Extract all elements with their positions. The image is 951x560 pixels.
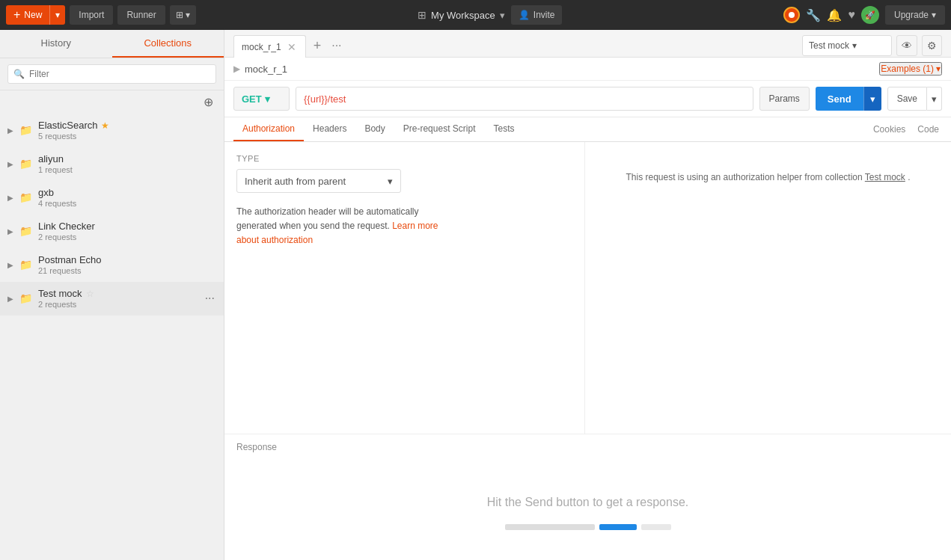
runner-button[interactable]: Runner — [117, 5, 165, 25]
collection-item[interactable]: ▶ 📁 Postman Echo 21 requests — [0, 248, 224, 282]
collection-item-test-mock[interactable]: ▶ 📁 Test mock ☆ 2 requests ··· — [0, 282, 224, 316]
send-arrow-button[interactable]: ▾ — [863, 87, 881, 111]
environment-bar: Test mock ▾ 👁 ⚙ — [802, 35, 942, 56]
collection-count: 4 requests — [38, 199, 216, 208]
sidebar: History Collections 🔍 ⊕ ▶ 📁 ElasticSearc… — [0, 30, 224, 560]
req-extra-code[interactable]: Code — [914, 118, 942, 141]
workspace-button[interactable]: ⊞ My Workspace ▾ — [418, 9, 505, 21]
collection-name: Test mock ☆ — [38, 288, 198, 299]
helper-text-content: This request is using an authorization h… — [626, 172, 863, 182]
examples-button[interactable]: Examples (1) ▾ — [879, 62, 942, 76]
folder-icon: 📁 — [19, 259, 32, 271]
tab-plus-button[interactable]: + — [309, 38, 326, 54]
upgrade-button[interactable]: Upgrade ▾ — [885, 5, 945, 25]
url-input[interactable] — [296, 87, 753, 111]
sidebar-toolbar: ⊕ — [0, 90, 224, 114]
item-menu-button[interactable]: ··· — [204, 292, 216, 305]
req-tab-authorization[interactable]: Authorization — [233, 117, 304, 141]
breadcrumb: mock_r_1 — [245, 64, 287, 75]
collection-list: ▶ 📁 ElasticSearch ★ 5 requests ▶ 📁 aliyu… — [0, 114, 224, 560]
workspace-chevron-icon: ▾ — [500, 10, 505, 21]
heart-icon[interactable]: ♥ — [848, 8, 855, 22]
collection-item[interactable]: ▶ 📁 ElasticSearch ★ 5 requests — [0, 114, 224, 147]
env-settings-button[interactable]: ⚙ — [922, 35, 942, 56]
collection-name: aliyun — [38, 153, 216, 164]
request-tabs: Authorization Headers Body Pre-request S… — [224, 117, 951, 142]
tab-options-button[interactable]: ··· — [328, 39, 344, 52]
tab-close-button[interactable]: ✕ — [286, 41, 298, 53]
graphic-bar-3 — [641, 524, 671, 530]
invite-button[interactable]: 👤 Invite — [511, 5, 563, 25]
sidebar-search-area: 🔍 — [0, 58, 224, 90]
import-button[interactable]: Import — [70, 5, 113, 25]
star-filled-icon[interactable]: ★ — [101, 120, 109, 131]
auth-section: TYPE Inherit auth from parent ▾ The auth… — [224, 142, 951, 434]
collection-name: gxb — [38, 187, 216, 198]
graphic-bar-1 — [505, 524, 595, 530]
method-arrow-icon: ▾ — [265, 93, 270, 105]
chevron-right-icon: ▶ — [7, 261, 13, 269]
layout-button[interactable]: ⊞ ▾ — [170, 5, 196, 25]
wrench-icon[interactable]: 🔧 — [806, 8, 821, 22]
star-empty-icon[interactable]: ☆ — [86, 289, 94, 299]
req-tab-body[interactable]: Body — [355, 117, 394, 141]
method-select[interactable]: GET ▾ — [233, 87, 290, 111]
params-button[interactable]: Params — [759, 87, 810, 111]
auth-collection-link[interactable]: Test mock — [865, 172, 905, 182]
invite-label: Invite — [533, 10, 555, 20]
auth-type-arrow-icon: ▾ — [388, 176, 393, 187]
environment-select[interactable]: Test mock ▾ — [802, 35, 892, 56]
search-input[interactable] — [7, 64, 216, 84]
req-tab-extras: Cookies Code — [870, 118, 942, 141]
collection-info: aliyun 1 request — [38, 153, 216, 174]
new-button-main[interactable]: + New — [6, 8, 49, 22]
collection-item[interactable]: ▶ 📁 aliyun 1 request — [0, 147, 224, 181]
req-extra-cookies[interactable]: Cookies — [870, 118, 908, 141]
tab-collections[interactable]: Collections — [112, 30, 224, 58]
topbar-center: ⊞ My Workspace ▾ 👤 Invite — [201, 5, 779, 25]
new-button-arrow[interactable]: ▾ — [49, 5, 65, 25]
tab-bar: mock_r_1 ✕ + ··· — [233, 34, 345, 57]
auth-type-selected: Inherit auth from parent — [245, 176, 346, 187]
avatar[interactable]: 🚀 — [861, 6, 879, 24]
send-button[interactable]: Send — [816, 87, 863, 111]
collection-info: gxb 4 requests — [38, 187, 216, 208]
collection-name: Postman Echo — [38, 254, 216, 265]
tab-name: mock_r_1 — [242, 42, 281, 52]
req-tab-headers[interactable]: Headers — [304, 117, 355, 141]
response-message: Hit the Send button to get a response. — [487, 496, 689, 509]
req-tab-pre-request[interactable]: Pre-request Script — [394, 117, 485, 141]
tab-history[interactable]: History — [0, 30, 112, 58]
graphic-bar-2 — [599, 524, 637, 530]
folder-icon: 📁 — [19, 292, 32, 304]
auth-type-select[interactable]: Inherit auth from parent ▾ — [236, 169, 401, 193]
request-body-area: TYPE Inherit auth from parent ▾ The auth… — [224, 142, 951, 560]
save-arrow-button[interactable]: ▾ — [927, 87, 942, 111]
save-button[interactable]: Save — [887, 87, 927, 111]
collection-info: Link Checker 2 requests — [38, 221, 216, 241]
url-bar: GET ▾ Params Send ▾ Save ▾ — [224, 81, 951, 117]
upgrade-chevron-icon: ▾ — [932, 10, 936, 20]
auth-description-text: The authorization header will be automat… — [236, 206, 418, 231]
workspace-label: My Workspace — [431, 10, 495, 21]
sidebar-tabs: History Collections — [0, 30, 224, 58]
new-collection-button[interactable]: ⊕ — [201, 93, 216, 111]
folder-icon: 📁 — [19, 225, 32, 237]
chevron-right-icon: ▶ — [7, 194, 13, 202]
response-label: Response — [236, 442, 939, 452]
folder-icon: 📁 — [19, 158, 32, 170]
sync-icon[interactable] — [783, 7, 800, 23]
env-eye-button[interactable]: 👁 — [896, 35, 917, 56]
new-button[interactable]: + New ▾ — [6, 5, 65, 25]
collection-item[interactable]: ▶ 📁 Link Checker 2 requests — [0, 215, 224, 248]
response-section: Response — [224, 434, 951, 466]
request-tab[interactable]: mock_r_1 ✕ — [233, 35, 306, 58]
method-label: GET — [242, 93, 262, 105]
search-icon: 🔍 — [13, 69, 25, 79]
auth-left-panel: TYPE Inherit auth from parent ▾ The auth… — [224, 142, 585, 434]
env-arrow-icon: ▾ — [852, 40, 857, 51]
bell-icon[interactable]: 🔔 — [827, 8, 842, 22]
req-tab-tests[interactable]: Tests — [484, 117, 523, 141]
folder-icon: 📁 — [19, 191, 32, 203]
collection-item[interactable]: ▶ 📁 gxb 4 requests — [0, 181, 224, 215]
